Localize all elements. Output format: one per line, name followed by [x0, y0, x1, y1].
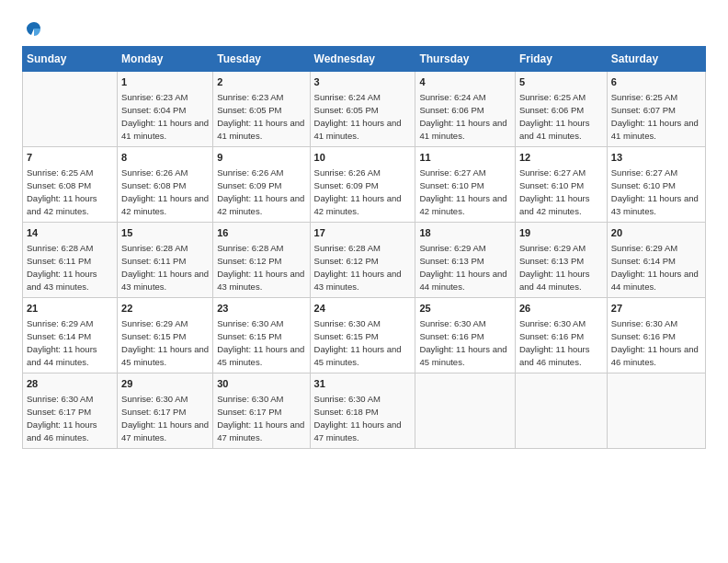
day-info: Sunrise: 6:29 AMSunset: 6:14 PMDaylight:…	[611, 242, 701, 293]
day-number: 24	[314, 302, 412, 316]
week-row: 28Sunrise: 6:30 AMSunset: 6:17 PMDayligh…	[23, 373, 706, 449]
day-number: 22	[121, 302, 209, 316]
day-cell: 13Sunrise: 6:27 AMSunset: 6:10 PMDayligh…	[607, 147, 705, 223]
day-number: 5	[519, 75, 603, 89]
day-cell: 10Sunrise: 6:26 AMSunset: 6:09 PMDayligh…	[310, 147, 415, 223]
day-info: Sunrise: 6:24 AMSunset: 6:06 PMDaylight:…	[419, 91, 511, 142]
day-cell: 27Sunrise: 6:30 AMSunset: 6:16 PMDayligh…	[607, 298, 705, 373]
day-info: Sunrise: 6:28 AMSunset: 6:12 PMDaylight:…	[314, 242, 412, 293]
day-info: Sunrise: 6:25 AMSunset: 6:06 PMDaylight:…	[519, 91, 603, 142]
week-row: 14Sunrise: 6:28 AMSunset: 6:11 PMDayligh…	[23, 223, 706, 298]
day-number: 15	[121, 226, 209, 240]
header-day: Wednesday	[310, 47, 415, 72]
day-info: Sunrise: 6:30 AMSunset: 6:15 PMDaylight:…	[217, 317, 305, 368]
day-number: 1	[121, 75, 209, 89]
day-info: Sunrise: 6:29 AMSunset: 6:14 PMDaylight:…	[27, 317, 113, 368]
day-number: 17	[314, 226, 412, 240]
day-cell: 2Sunrise: 6:23 AMSunset: 6:05 PMDaylight…	[213, 72, 310, 147]
day-number: 6	[611, 75, 701, 89]
day-info: Sunrise: 6:23 AMSunset: 6:04 PMDaylight:…	[121, 91, 209, 142]
day-number: 16	[217, 226, 305, 240]
day-cell: 11Sunrise: 6:27 AMSunset: 6:10 PMDayligh…	[415, 147, 516, 223]
day-cell: 4Sunrise: 6:24 AMSunset: 6:06 PMDaylight…	[415, 72, 516, 147]
day-number: 9	[217, 151, 305, 165]
day-cell	[515, 373, 607, 449]
day-number: 2	[217, 75, 305, 89]
day-info: Sunrise: 6:27 AMSunset: 6:10 PMDaylight:…	[419, 167, 511, 217]
day-cell: 25Sunrise: 6:30 AMSunset: 6:16 PMDayligh…	[415, 298, 516, 373]
day-cell	[415, 373, 516, 449]
day-number: 8	[121, 151, 209, 165]
day-number: 31	[314, 377, 412, 391]
day-info: Sunrise: 6:30 AMSunset: 6:17 PMDaylight:…	[121, 393, 209, 443]
day-info: Sunrise: 6:25 AMSunset: 6:08 PMDaylight:…	[27, 167, 113, 217]
day-info: Sunrise: 6:30 AMSunset: 6:18 PMDaylight:…	[314, 393, 412, 443]
day-info: Sunrise: 6:30 AMSunset: 6:17 PMDaylight:…	[217, 393, 305, 443]
day-number: 13	[611, 151, 701, 165]
header-day: Friday	[515, 47, 607, 72]
day-cell: 6Sunrise: 6:25 AMSunset: 6:07 PMDaylight…	[607, 72, 705, 147]
day-cell: 19Sunrise: 6:29 AMSunset: 6:13 PMDayligh…	[515, 223, 607, 298]
logo-icon	[24, 18, 44, 39]
day-number: 27	[611, 302, 701, 316]
day-number: 30	[217, 377, 305, 391]
day-info: Sunrise: 6:26 AMSunset: 6:09 PMDaylight:…	[217, 167, 305, 217]
day-cell: 12Sunrise: 6:27 AMSunset: 6:10 PMDayligh…	[515, 147, 607, 223]
day-info: Sunrise: 6:25 AMSunset: 6:07 PMDaylight:…	[611, 91, 701, 142]
day-info: Sunrise: 6:28 AMSunset: 6:11 PMDaylight:…	[27, 242, 113, 293]
day-info: Sunrise: 6:30 AMSunset: 6:15 PMDaylight:…	[314, 317, 412, 368]
day-number: 4	[419, 75, 511, 89]
day-cell: 21Sunrise: 6:29 AMSunset: 6:14 PMDayligh…	[23, 298, 118, 373]
header-day: Tuesday	[213, 47, 310, 72]
day-info: Sunrise: 6:28 AMSunset: 6:11 PMDaylight:…	[121, 242, 209, 293]
day-cell: 29Sunrise: 6:30 AMSunset: 6:17 PMDayligh…	[118, 373, 213, 449]
day-cell: 7Sunrise: 6:25 AMSunset: 6:08 PMDaylight…	[23, 147, 118, 223]
day-cell: 9Sunrise: 6:26 AMSunset: 6:09 PMDaylight…	[213, 147, 310, 223]
header-day: Saturday	[607, 47, 705, 72]
day-number: 14	[27, 226, 113, 240]
day-number: 3	[314, 75, 412, 89]
day-info: Sunrise: 6:29 AMSunset: 6:15 PMDaylight:…	[121, 317, 209, 368]
day-number: 19	[519, 226, 603, 240]
day-cell: 30Sunrise: 6:30 AMSunset: 6:17 PMDayligh…	[213, 373, 310, 449]
day-cell: 23Sunrise: 6:30 AMSunset: 6:15 PMDayligh…	[213, 298, 310, 373]
header	[22, 18, 706, 35]
header-day: Sunday	[23, 47, 118, 72]
day-info: Sunrise: 6:27 AMSunset: 6:10 PMDaylight:…	[519, 167, 603, 217]
week-row: 1Sunrise: 6:23 AMSunset: 6:04 PMDaylight…	[23, 72, 706, 147]
day-info: Sunrise: 6:29 AMSunset: 6:13 PMDaylight:…	[519, 242, 603, 293]
day-info: Sunrise: 6:26 AMSunset: 6:08 PMDaylight:…	[121, 167, 209, 217]
day-cell: 17Sunrise: 6:28 AMSunset: 6:12 PMDayligh…	[310, 223, 415, 298]
header-row: SundayMondayTuesdayWednesdayThursdayFrid…	[23, 47, 706, 72]
day-number: 11	[419, 151, 511, 165]
day-info: Sunrise: 6:29 AMSunset: 6:13 PMDaylight:…	[419, 242, 511, 293]
day-cell: 14Sunrise: 6:28 AMSunset: 6:11 PMDayligh…	[23, 223, 118, 298]
week-row: 7Sunrise: 6:25 AMSunset: 6:08 PMDaylight…	[23, 147, 706, 223]
day-info: Sunrise: 6:26 AMSunset: 6:09 PMDaylight:…	[314, 167, 412, 217]
day-cell: 28Sunrise: 6:30 AMSunset: 6:17 PMDayligh…	[23, 373, 118, 449]
day-cell: 8Sunrise: 6:26 AMSunset: 6:08 PMDaylight…	[118, 147, 213, 223]
day-info: Sunrise: 6:23 AMSunset: 6:05 PMDaylight:…	[217, 91, 305, 142]
day-number: 18	[419, 226, 511, 240]
calendar-table: SundayMondayTuesdayWednesdayThursdayFrid…	[22, 46, 706, 449]
day-number: 20	[611, 226, 701, 240]
day-cell: 24Sunrise: 6:30 AMSunset: 6:15 PMDayligh…	[310, 298, 415, 373]
day-info: Sunrise: 6:27 AMSunset: 6:10 PMDaylight:…	[611, 167, 701, 217]
week-row: 21Sunrise: 6:29 AMSunset: 6:14 PMDayligh…	[23, 298, 706, 373]
header-day: Thursday	[415, 47, 516, 72]
day-cell: 1Sunrise: 6:23 AMSunset: 6:04 PMDaylight…	[118, 72, 213, 147]
day-number: 21	[27, 302, 113, 316]
day-number: 29	[121, 377, 209, 391]
day-cell: 20Sunrise: 6:29 AMSunset: 6:14 PMDayligh…	[607, 223, 705, 298]
day-info: Sunrise: 6:30 AMSunset: 6:17 PMDaylight:…	[27, 393, 113, 443]
page: SundayMondayTuesdayWednesdayThursdayFrid…	[0, 0, 728, 464]
day-cell: 3Sunrise: 6:24 AMSunset: 6:05 PMDaylight…	[310, 72, 415, 147]
day-number: 26	[519, 302, 603, 316]
header-day: Monday	[118, 47, 213, 72]
day-cell: 31Sunrise: 6:30 AMSunset: 6:18 PMDayligh…	[310, 373, 415, 449]
day-cell	[23, 72, 118, 147]
day-number: 23	[217, 302, 305, 316]
day-cell: 15Sunrise: 6:28 AMSunset: 6:11 PMDayligh…	[118, 223, 213, 298]
day-cell: 5Sunrise: 6:25 AMSunset: 6:06 PMDaylight…	[515, 72, 607, 147]
day-info: Sunrise: 6:30 AMSunset: 6:16 PMDaylight:…	[519, 317, 603, 368]
